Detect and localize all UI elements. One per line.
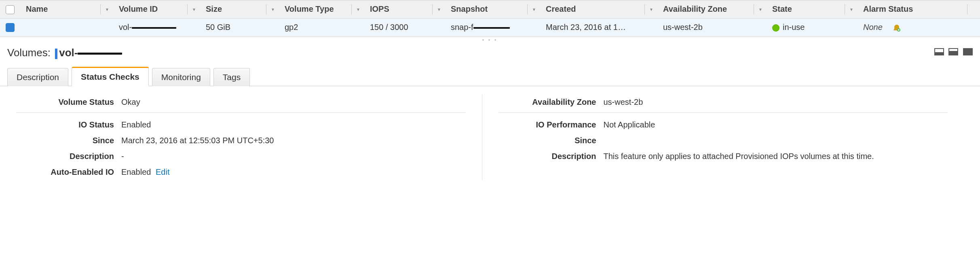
tab-description[interactable]: Description xyxy=(7,68,68,86)
layout-split-icon[interactable] xyxy=(948,48,958,55)
cell-created: March 23, 2016 at 1… xyxy=(540,18,657,36)
volume-status-label: Volume Status xyxy=(16,98,121,107)
cell-state: in-use xyxy=(767,18,858,36)
alarm-status-text: None xyxy=(863,23,883,32)
col-state[interactable]: State▼ xyxy=(767,0,858,19)
layout-full-icon[interactable] xyxy=(963,48,973,55)
io-performance-label: IO Performance xyxy=(498,120,604,129)
description-value: - xyxy=(121,152,124,161)
description-label: Description xyxy=(16,152,121,161)
table-header-row: Name▼ Volume ID▼ Size▼ Volume Type▼ IOPS… xyxy=(0,0,980,19)
perf-since-label: Since xyxy=(498,136,604,145)
redacted-text xyxy=(78,53,122,55)
sort-icon: ▼ xyxy=(849,7,853,11)
tab-monitoring[interactable]: Monitoring xyxy=(152,68,210,86)
tab-status-checks[interactable]: Status Checks xyxy=(72,67,149,86)
io-performance-row: IO Performance Not Applicable xyxy=(498,117,948,133)
col-volume-type[interactable]: Volume Type▼ xyxy=(279,0,364,19)
selection-marker-icon xyxy=(55,49,57,59)
since-value: March 23, 2016 at 12:55:03 PM UTC+5:30 xyxy=(121,136,274,145)
sort-icon: ▼ xyxy=(192,7,196,11)
row-checkbox[interactable] xyxy=(6,23,15,32)
cell-availability-zone: us-west-2b xyxy=(657,18,767,36)
volume-status-row: Volume Status Okay xyxy=(16,94,466,113)
sort-icon: ▼ xyxy=(758,7,762,11)
availability-zone-label: Availability Zone xyxy=(498,98,604,107)
availability-zone-row: Availability Zone us-west-2b xyxy=(498,94,948,113)
col-snapshot[interactable]: Snapshot▼ xyxy=(445,0,540,19)
status-checks-panel: Volume Status Okay IO Status Enabled Sin… xyxy=(0,86,980,188)
cell-snapshot: snap-f xyxy=(445,18,540,36)
perf-description-value: This feature only applies to attached Pr… xyxy=(604,152,874,161)
col-volume-id[interactable]: Volume ID▼ xyxy=(113,0,200,19)
select-all-checkbox[interactable] xyxy=(6,5,15,14)
layout-bottom-small-icon[interactable] xyxy=(934,48,944,55)
col-name[interactable]: Name▼ xyxy=(20,0,113,19)
layout-mode-buttons xyxy=(932,48,973,57)
select-all-cell[interactable] xyxy=(0,0,20,19)
status-left-column: Volume Status Okay IO Status Enabled Sin… xyxy=(16,94,482,180)
row-select-cell[interactable] xyxy=(0,18,20,36)
sort-icon: ▼ xyxy=(356,7,360,11)
auto-enabled-io-label: Auto-Enabled IO xyxy=(16,168,121,177)
tab-tags[interactable]: Tags xyxy=(213,68,250,86)
sort-icon: ▼ xyxy=(649,7,653,11)
perf-description-label: Description xyxy=(498,152,604,161)
sort-icon: ▼ xyxy=(532,7,536,11)
volumes-table: Name▼ Volume ID▼ Size▼ Volume Type▼ IOPS… xyxy=(0,0,980,36)
cell-name xyxy=(20,18,113,36)
perf-description-row: Description This feature only applies to… xyxy=(498,148,948,164)
io-status-label: IO Status xyxy=(16,120,121,129)
volumes-table-wrapper: Name▼ Volume ID▼ Size▼ Volume Type▼ IOPS… xyxy=(0,0,980,37)
detail-tabs: Description Status Checks Monitoring Tag… xyxy=(0,66,980,86)
col-availability-zone[interactable]: Availability Zone▼ xyxy=(657,0,767,19)
volume-status-value: Okay xyxy=(121,98,140,107)
redacted-text xyxy=(473,27,510,29)
io-status-row: IO Status Enabled xyxy=(16,117,466,133)
cell-volume-id: vol- xyxy=(113,18,200,36)
since-label: Since xyxy=(16,136,121,145)
cell-volume-type: gp2 xyxy=(279,18,364,36)
sort-icon: ▼ xyxy=(105,7,109,11)
split-drag-handle[interactable]: ● ● ● xyxy=(0,37,980,42)
since-row: Since March 23, 2016 at 12:55:03 PM UTC+… xyxy=(16,133,466,148)
add-alarm-icon[interactable] xyxy=(893,24,901,32)
auto-enabled-io-row: Auto-Enabled IO Enabled Edit xyxy=(16,164,466,180)
io-status-value: Enabled xyxy=(121,120,151,129)
sort-icon: ▼ xyxy=(437,7,441,11)
io-performance-value: Not Applicable xyxy=(604,120,655,129)
col-created[interactable]: Created▼ xyxy=(540,0,657,19)
perf-since-row: Since xyxy=(498,133,948,148)
table-row[interactable]: vol- 50 GiB gp2 150 / 3000 snap-f March … xyxy=(0,18,980,36)
cell-size: 50 GiB xyxy=(200,18,279,36)
col-size[interactable]: Size▼ xyxy=(200,0,279,19)
auto-enabled-io-value: Enabled Edit xyxy=(121,168,169,177)
detail-title: Volumes: vol- xyxy=(7,47,122,59)
cell-iops: 150 / 3000 xyxy=(364,18,445,36)
detail-header: Volumes: vol- xyxy=(0,42,980,66)
cell-alarm-status: None xyxy=(858,18,980,36)
availability-zone-value: us-west-2b xyxy=(604,98,643,107)
redacted-text xyxy=(132,27,176,29)
state-dot-icon xyxy=(772,24,779,32)
col-iops[interactable]: IOPS▼ xyxy=(364,0,445,19)
status-right-column: Availability Zone us-west-2b IO Performa… xyxy=(482,94,964,180)
sort-icon: ▼ xyxy=(271,7,275,11)
io-description-row: Description - xyxy=(16,148,466,164)
col-alarm-status[interactable]: Alarm Status xyxy=(858,0,980,19)
edit-auto-enabled-io-link[interactable]: Edit xyxy=(156,168,169,176)
